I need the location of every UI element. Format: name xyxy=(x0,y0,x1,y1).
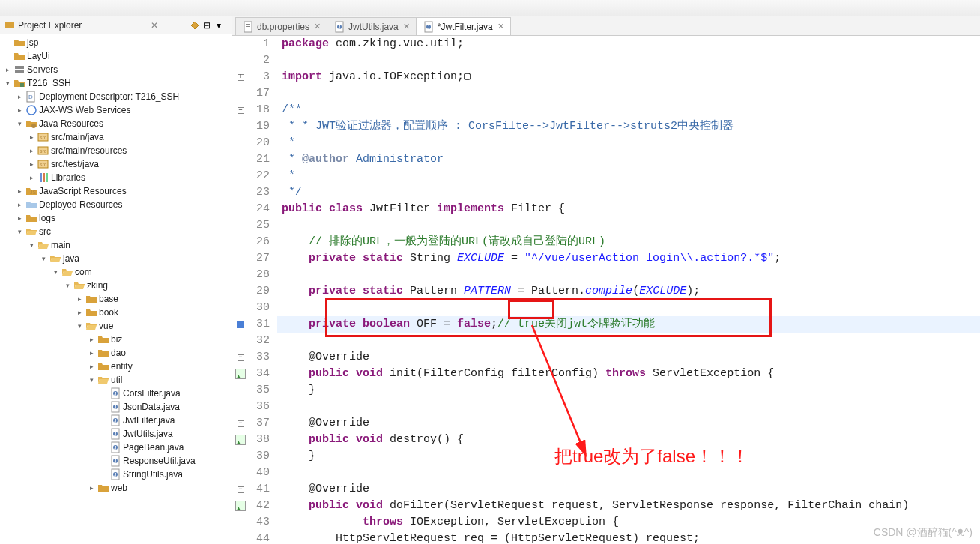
code-line[interactable]: public void init(FilterConfig filterConf… xyxy=(282,366,980,382)
collapse-icon[interactable]: ▸ xyxy=(75,294,84,303)
code-line[interactable]: public void destroy() { xyxy=(282,432,980,448)
expand-icon[interactable]: ▾ xyxy=(87,375,96,384)
code-line[interactable] xyxy=(282,465,980,481)
expand-icon[interactable]: ▾ xyxy=(63,281,72,290)
collapse-icon[interactable]: ▸ xyxy=(15,187,24,196)
tree-item[interactable]: ▾src xyxy=(0,225,232,238)
tree-item[interactable]: ▸book xyxy=(0,306,232,319)
tree-item[interactable]: ▸Servers xyxy=(0,63,232,76)
tree-item[interactable]: ▾java xyxy=(0,252,232,265)
tree-item[interactable]: JJsonData.java xyxy=(0,400,232,414)
code-line[interactable]: HttpServletRequest req = (HttpServletReq… xyxy=(282,531,980,544)
code-line[interactable]: private boolean OFF = false;// true关闭jwt… xyxy=(282,316,980,333)
close-tab-icon[interactable]: ✕ xyxy=(497,22,504,31)
expand-icon[interactable]: ▾ xyxy=(15,119,24,128)
tree-item[interactable]: ▸JSJavaScript Resources xyxy=(0,184,232,198)
tree-item[interactable]: JPageBean.java xyxy=(0,441,232,454)
code-line[interactable] xyxy=(282,399,980,415)
code-line[interactable]: */ xyxy=(282,184,980,201)
expand-icon[interactable]: ▾ xyxy=(75,321,84,330)
expand-icon[interactable]: ▾ xyxy=(39,254,48,263)
expand-icon[interactable]: ▾ xyxy=(3,79,12,88)
code-line[interactable] xyxy=(282,85,980,102)
tree-item[interactable]: ▾zking xyxy=(0,279,232,292)
collapse-icon[interactable]: ▸ xyxy=(3,65,12,74)
code-line[interactable]: } xyxy=(282,382,980,399)
collapse-icon[interactable]: ▸ xyxy=(15,214,24,223)
tree-item[interactable]: JJwtUtils.java xyxy=(0,427,232,441)
tree-item[interactable]: ▸JAX-WS Web Services xyxy=(0,103,232,117)
close-tab-icon[interactable]: ✕ xyxy=(403,22,410,31)
collapse-icon[interactable]: ▸ xyxy=(15,200,24,209)
tree-item[interactable]: JCorsFilter.java xyxy=(0,387,232,400)
code-line[interactable]: private static String EXCLUDE = "^/vue/u… xyxy=(282,250,980,267)
code-area[interactable]: package com.zking.vue.util;import java.i… xyxy=(277,36,980,544)
tree-item[interactable]: ▸Libraries xyxy=(0,171,232,184)
code-line[interactable] xyxy=(282,52,980,69)
code-line[interactable]: public class JwtFilter implements Filter… xyxy=(282,201,980,217)
code-line[interactable]: @Override xyxy=(282,415,980,432)
tree-item[interactable]: LayUi xyxy=(0,49,232,63)
expand-icon[interactable]: ▾ xyxy=(51,268,60,276)
tree-item[interactable]: JStringUtils.java xyxy=(0,468,232,481)
code-line[interactable] xyxy=(282,333,980,349)
collapse-icon[interactable]: ▸ xyxy=(87,348,96,357)
tree-item[interactable]: ▸logs xyxy=(0,211,232,225)
code-line[interactable]: * * JWT验证过滤器，配置顺序 : CorsFilte-->JwtFilte… xyxy=(282,118,980,135)
tree-item[interactable]: ▾vue xyxy=(0,319,232,333)
editor-tab[interactable]: JJwtUtils.java✕ xyxy=(327,17,417,35)
view-menu-icon[interactable]: ▾ xyxy=(217,20,227,31)
tree-item[interactable]: ▸srcsrc/test/java xyxy=(0,157,232,171)
editor-body[interactable]: +−−−− 1231718192021222324252627282930313… xyxy=(232,36,980,544)
code-line[interactable]: } xyxy=(282,448,980,465)
code-line[interactable]: package com.zking.vue.util; xyxy=(282,36,980,52)
code-line[interactable]: @Override xyxy=(282,481,980,498)
tree-item[interactable]: ▸entity xyxy=(0,360,232,373)
tree-item[interactable]: ▸srcsrc/main/java xyxy=(0,130,232,144)
collapse-icon[interactable]: ▸ xyxy=(75,308,84,317)
tree-item[interactable]: ▾Java Resources xyxy=(0,117,232,130)
tree-item[interactable]: JJwtFilter.java xyxy=(0,414,232,427)
code-line[interactable]: // 排除的URL，一般为登陆的URL(请改成自己登陆的URL) xyxy=(282,234,980,250)
tree-item[interactable]: ▸dao xyxy=(0,346,232,360)
link-editor-icon[interactable] xyxy=(190,20,200,31)
editor-tab[interactable]: db.properties✕ xyxy=(235,17,327,35)
tree-item[interactable]: ▸base xyxy=(0,292,232,306)
expand-icon[interactable]: ▾ xyxy=(27,241,36,250)
collapse-icon[interactable]: ▸ xyxy=(27,146,36,155)
code-line[interactable]: @Override xyxy=(282,349,980,366)
code-line[interactable]: /** xyxy=(282,102,980,118)
code-line[interactable]: * xyxy=(282,168,980,184)
collapse-icon[interactable]: ▸ xyxy=(15,92,24,101)
expand-icon[interactable]: ▾ xyxy=(15,227,24,236)
code-line[interactable]: public void doFilter(ServletRequest requ… xyxy=(282,498,980,514)
toolbar-button[interactable] xyxy=(3,1,18,15)
close-tab-icon[interactable]: ✕ xyxy=(314,22,321,31)
tree-item[interactable]: ▾util xyxy=(0,373,232,387)
close-icon[interactable]: ✕ xyxy=(151,20,161,31)
tree-item[interactable]: jsp xyxy=(0,36,232,49)
collapse-icon[interactable]: ▸ xyxy=(27,160,36,169)
collapse-icon[interactable]: ▸ xyxy=(27,173,36,182)
collapse-icon[interactable]: ▸ xyxy=(27,133,36,142)
tree-item[interactable]: ▸Deployed Resources xyxy=(0,198,232,211)
tree-item[interactable]: ▾T216_SSH xyxy=(0,76,232,90)
code-line[interactable] xyxy=(282,300,980,316)
code-line[interactable] xyxy=(282,267,980,283)
tree-item[interactable]: ▸srcsrc/main/resources xyxy=(0,144,232,157)
collapse-icon[interactable]: ▸ xyxy=(87,483,96,492)
tree-item[interactable]: ▸biz xyxy=(0,333,232,346)
editor-tab[interactable]: J*JwtFilter.java✕ xyxy=(416,17,511,35)
collapse-icon[interactable]: ▸ xyxy=(87,362,96,371)
collapse-icon[interactable]: ▸ xyxy=(87,335,96,344)
code-line[interactable]: throws IOException, ServletException { xyxy=(282,514,980,531)
tree-item[interactable]: ▾main xyxy=(0,238,232,252)
project-tree[interactable]: jspLayUi▸Servers▾T216_SSH▸DDeployment De… xyxy=(0,34,232,544)
code-line[interactable]: * xyxy=(282,135,980,151)
collapse-icon[interactable]: ▸ xyxy=(15,106,24,115)
collapse-all-icon[interactable]: ⊟ xyxy=(203,20,214,31)
code-line[interactable]: * @author Administrator xyxy=(282,151,980,168)
tree-item[interactable]: ▾com xyxy=(0,265,232,279)
tree-item[interactable]: ▸DDeployment Descriptor: T216_SSH xyxy=(0,90,232,103)
code-line[interactable]: import java.io.IOException;▢ xyxy=(282,69,980,85)
